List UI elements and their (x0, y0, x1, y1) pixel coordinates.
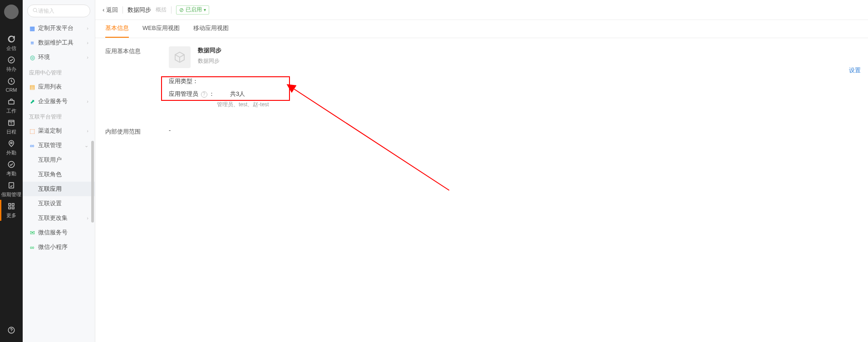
channel-icon: ⬚ (29, 128, 35, 134)
svg-point-15 (33, 8, 37, 12)
sidebar-item-label: 数据维护工具 (38, 39, 74, 47)
search-icon (32, 7, 38, 15)
status-badge[interactable]: ⊘ 已启用 ▾ (176, 5, 209, 15)
sidebar-group-title: 应用中心管理 (23, 64, 95, 79)
bars-icon: ≡ (29, 40, 35, 46)
sidebar-item-interconnect[interactable]: ∞ 互联管理 ⌄ (23, 138, 95, 153)
chevron-right-icon: › (87, 99, 88, 104)
search-input-wrapper[interactable] (27, 5, 90, 17)
chevron-right-icon: › (87, 25, 88, 31)
main: ‹ 返回 数据同步 概括 ⊘ 已启用 ▾ 基本信息 WEB应用视图 移动应用视图 (95, 0, 868, 342)
back-label: 返回 (106, 6, 118, 14)
chevron-right-icon: › (87, 55, 88, 60)
sidebar-item-inter-user[interactable]: 互联用户 (23, 153, 95, 167)
sidebar-item-label: 环境 (38, 53, 50, 61)
apps-icon: ▤ (29, 84, 35, 90)
left-rail: 企信 待办 CRM 工作 5 日程 (0, 0, 23, 342)
pin-icon (7, 139, 15, 149)
sidebar-item-inter-changeset[interactable]: 互联更改集 › (23, 211, 95, 225)
tab-mobile-view[interactable]: 移动应用视图 (193, 24, 229, 38)
chevron-right-icon: › (87, 215, 88, 221)
rail-item-richeng[interactable]: 5 日程 (0, 116, 23, 137)
row-admin-count: 共3人 (230, 90, 245, 97)
sidebar-item-wechat-miniapp[interactable]: ∞ 微信小程序 (23, 240, 95, 254)
colon: ： (209, 90, 215, 97)
sidebar-item-custom-dev[interactable]: ▦ 定制开发平台 › (23, 21, 95, 35)
page-title: 数据同步 (128, 6, 151, 14)
svg-point-7 (8, 161, 15, 168)
sidebar-item-channel[interactable]: ⬚ 渠道定制 › (23, 124, 95, 138)
row-internal-scope-value: - (169, 127, 858, 134)
tab-label: 移动应用视图 (193, 25, 229, 31)
sidebar-item-env[interactable]: ◎ 环境 › (23, 50, 95, 64)
rail-item-kaoqin[interactable]: 考勤 (0, 158, 23, 179)
chevron-down-icon: ▾ (204, 7, 206, 12)
svg-rect-10 (12, 203, 15, 206)
status-text: 已启用 (186, 6, 202, 14)
chevron-down-icon: ⌄ (84, 143, 88, 149)
rail-item-qixin[interactable]: 企信 (0, 33, 23, 54)
scrollbar-thumb[interactable] (91, 141, 94, 223)
settings-link[interactable]: 设置 (849, 66, 861, 74)
sidebar-item-label: 定制开发平台 (38, 24, 74, 32)
svg-point-6 (10, 142, 12, 144)
row-app-type-label: 应用类型： (169, 78, 198, 84)
help-button[interactable] (0, 321, 23, 339)
rail-label: 考勤 (6, 170, 16, 177)
row-internal-scope-label: 内部使用范围 (105, 127, 169, 136)
sidebar: ▦ 定制开发平台 › ≡ 数据维护工具 › ◎ 环境 › 应用中心管理 ▤ 应用… (23, 0, 95, 342)
back-button[interactable]: ‹ 返回 (103, 6, 118, 14)
tab-basic-info[interactable]: 基本信息 (105, 24, 129, 38)
avatar[interactable] (4, 5, 19, 19)
sidebar-item-label: 渠道定制 (38, 127, 62, 135)
page-subtitle: 概括 (156, 6, 167, 14)
tab-web-view[interactable]: WEB应用视图 (142, 24, 180, 38)
sidebar-item-label: 微信服务号 (38, 228, 68, 237)
svg-rect-12 (12, 207, 15, 209)
briefcase-icon (7, 98, 15, 107)
app-title: 数据同步 (198, 46, 221, 55)
sidebar-item-label: 互联更改集 (38, 214, 68, 222)
help-icon[interactable]: ? (201, 91, 207, 98)
check-icon (7, 56, 15, 65)
attendance-icon (7, 160, 15, 169)
app-desc: 数据同步 (198, 57, 221, 65)
sidebar-item-inter-app[interactable]: 互联应用 (23, 182, 95, 196)
rail-label: 更多 (6, 212, 16, 219)
grid-icon (7, 202, 15, 211)
rail-item-crm[interactable]: CRM (0, 74, 23, 95)
app-card: 数据同步 数据同步 (169, 46, 858, 68)
link-icon: ∞ (29, 142, 35, 149)
content: 设置 应用基本信息 数据同步 数据同步 (95, 38, 868, 342)
search-input[interactable] (38, 8, 85, 14)
sidebar-item-label: 应用列表 (38, 83, 62, 91)
sidebar-item-app-list[interactable]: ▤ 应用列表 (23, 79, 95, 94)
svg-point-1 (8, 57, 15, 63)
rail-label: 外勤 (6, 149, 16, 156)
rail-item-gongzuo[interactable]: 工作 (0, 95, 23, 116)
sidebar-group-title: 互联平台管理 (23, 109, 95, 124)
rail-item-daiban[interactable]: 待办 (0, 54, 23, 74)
tabs: 基本信息 WEB应用视图 移动应用视图 (95, 20, 868, 38)
sidebar-item-wechat-service[interactable]: ✉ 微信服务号 (23, 225, 95, 240)
check-icon: ⊘ (179, 7, 184, 13)
sidebar-item-label: 互联管理 (38, 141, 62, 149)
sidebar-item-corp-service[interactable]: ⬈ 企业服务号 › (23, 94, 95, 109)
sidebar-item-label: 企业服务号 (38, 97, 68, 105)
rail-item-gengduo[interactable]: 更多 (0, 200, 23, 221)
sidebar-item-inter-role[interactable]: 互联角色 (23, 167, 95, 182)
sidebar-item-data-tool[interactable]: ≡ 数据维护工具 › (23, 35, 95, 50)
topbar: ‹ 返回 数据同步 概括 ⊘ 已启用 ▾ (95, 0, 868, 20)
sidebar-item-label: 互联用户 (38, 156, 62, 164)
rail-item-jiaqi[interactable]: 假期管理 (0, 179, 23, 200)
sidebar-nav: ▦ 定制开发平台 › ≡ 数据维护工具 › ◎ 环境 › 应用中心管理 ▤ 应用… (23, 21, 95, 342)
sidebar-item-inter-settings[interactable]: 互联设置 (23, 196, 95, 211)
wechat-icon: ✉ (29, 229, 35, 236)
app-icon (169, 46, 191, 68)
sidebar-item-label: 微信小程序 (38, 243, 68, 251)
rail-item-waiqin[interactable]: 外勤 (0, 137, 23, 158)
chevron-right-icon: › (87, 40, 88, 45)
chevron-right-icon: › (87, 128, 88, 134)
rail-label: 工作 (6, 108, 16, 114)
row-admin-people: 管理员、test、赵-test (217, 101, 858, 109)
